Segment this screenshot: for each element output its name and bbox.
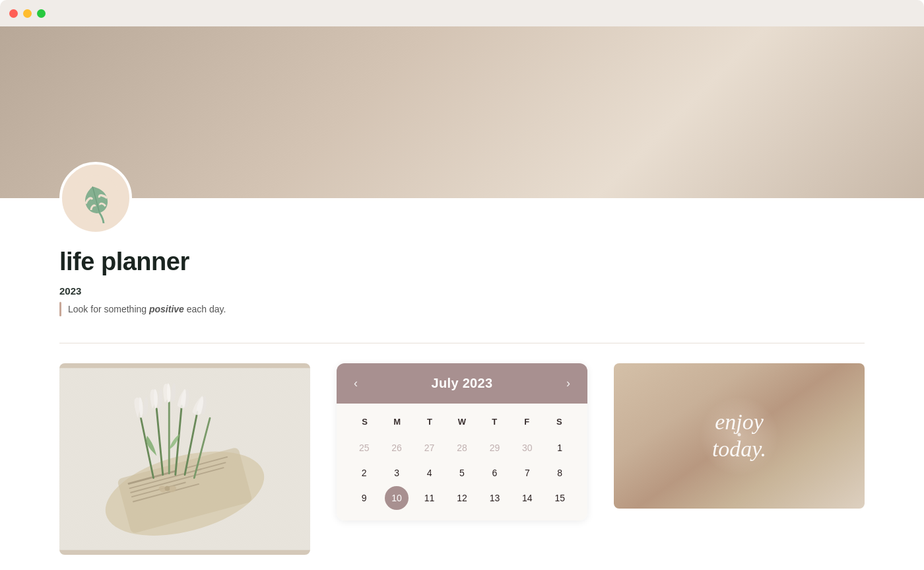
day-header-wed: W: [446, 414, 478, 429]
avatar: [59, 162, 132, 234]
calendar-widget: ‹ July 2023 › S M T W T F S 252627282930…: [337, 363, 587, 520]
motivation-text: enjoy today.: [712, 409, 766, 463]
calendar-day-29[interactable]: 29: [482, 436, 506, 460]
calendar-body: S M T W T F S 25262728293012345678910111…: [337, 404, 587, 520]
motivation-card: enjoy today.: [614, 363, 865, 509]
calendar-day-10[interactable]: 10: [385, 486, 409, 510]
day-header-fri: F: [511, 414, 543, 429]
svg-point-16: [165, 486, 170, 491]
calendar-day-4[interactable]: 4: [418, 461, 442, 485]
calendar-day-9[interactable]: 9: [352, 486, 376, 510]
calendar-day-30[interactable]: 30: [515, 436, 539, 460]
quote-text: Look for something positive each day.: [68, 304, 226, 314]
calendar-prev-button[interactable]: ‹: [350, 375, 362, 392]
calendar-day-14[interactable]: 14: [515, 486, 539, 510]
hero-banner: [0, 26, 924, 198]
tulips-photo: [59, 363, 310, 555]
day-header-thu: T: [478, 414, 511, 429]
calendar-day-8[interactable]: 8: [548, 461, 572, 485]
monstera-leaf-icon: [71, 174, 121, 223]
quote-bar-decoration: [59, 302, 61, 316]
section-divider: [59, 343, 865, 343]
day-header-mon: M: [381, 414, 413, 429]
calendar-day-6[interactable]: 6: [482, 461, 506, 485]
close-button[interactable]: [9, 9, 18, 18]
day-header-sun: S: [348, 414, 381, 429]
calendar-day-7[interactable]: 7: [515, 461, 539, 485]
quote-block: Look for something positive each day.: [59, 302, 865, 316]
calendar-day-13[interactable]: 13: [482, 486, 506, 510]
calendar-grid: 252627282930123456789101112131415: [348, 436, 576, 510]
page-title: life planner: [59, 248, 865, 276]
calendar-day-11[interactable]: 11: [418, 486, 442, 510]
day-header-tue: T: [413, 414, 446, 429]
maximize-button[interactable]: [37, 9, 46, 18]
calendar-header: ‹ July 2023 ›: [337, 363, 587, 404]
year-label: 2023: [59, 285, 865, 297]
calendar-day-15[interactable]: 15: [548, 486, 572, 510]
calendar-day-3[interactable]: 3: [385, 461, 409, 485]
calendar-next-button[interactable]: ›: [562, 375, 574, 392]
calendar-day-12[interactable]: 12: [450, 486, 474, 510]
calendar-day-27[interactable]: 27: [418, 436, 442, 460]
calendar-day-5[interactable]: 5: [450, 461, 474, 485]
calendar-day-1[interactable]: 1: [548, 436, 572, 460]
photo-card: [59, 363, 310, 555]
main-content: life planner 2023 Look for something pos…: [0, 198, 924, 555]
minimize-button[interactable]: [23, 9, 32, 18]
calendar-day-headers: S M T W T F S: [348, 414, 576, 429]
day-header-sat: S: [543, 414, 576, 429]
window-chrome: [0, 0, 924, 26]
calendar-day-2[interactable]: 2: [352, 461, 376, 485]
calendar-month-title: July 2023: [432, 376, 493, 391]
title-section: life planner 2023 Look for something pos…: [59, 198, 865, 343]
calendar-day-28[interactable]: 28: [450, 436, 474, 460]
columns-layout: ‹ July 2023 › S M T W T F S 252627282930…: [59, 363, 865, 555]
calendar-day-25[interactable]: 25: [352, 436, 376, 460]
calendar-day-26[interactable]: 26: [385, 436, 409, 460]
